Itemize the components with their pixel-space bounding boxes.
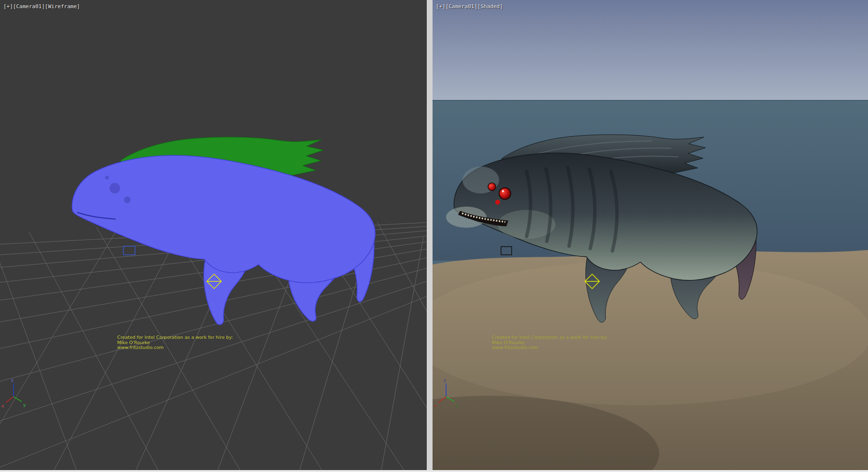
fish-eye-second	[488, 183, 496, 191]
viewport-shaded[interactable]: z x y [+][Camera01][Shaded] Created for …	[433, 0, 868, 472]
viewport-general-menu[interactable]: [+]	[436, 3, 446, 10]
axis-z-label: z	[11, 378, 14, 383]
shading-menu[interactable]: [Wireframe]	[45, 3, 80, 10]
fish-eye-small	[495, 200, 500, 205]
shading-menu[interactable]: [Shaded]	[477, 3, 503, 10]
box-helper-gizmo[interactable]	[123, 246, 135, 255]
fish-body[interactable]	[72, 155, 375, 283]
window-bottom-edge	[0, 470, 868, 472]
axis-x-label: x	[434, 403, 437, 408]
watermark-line1: Created for Intel Corporation as a work …	[492, 335, 608, 340]
eye-glint	[502, 190, 504, 192]
axis-x-label: x	[1, 403, 4, 408]
camera-pov-menu[interactable]: [Camera01]	[446, 3, 477, 10]
shaded-canvas: z x y	[433, 0, 868, 472]
watermark-text-right: Created for Intel Corporation as a work …	[492, 335, 608, 350]
axis-y-label: y	[23, 403, 26, 407]
axis-y-label: y	[456, 403, 459, 407]
fish-model-wireframe[interactable]	[72, 137, 375, 325]
watermark-text-left: Created for Intel Corporation as a work …	[117, 335, 233, 350]
sky-backdrop	[433, 0, 868, 100]
fish-eye-main	[500, 188, 510, 199]
axis-x-line	[6, 397, 14, 403]
fish-eye-left-dot	[105, 176, 109, 180]
watermark-line3: www.fritzstudio.com	[492, 345, 608, 350]
world-axis-tripod: z x y	[1, 378, 26, 408]
viewport-general-menu[interactable]: [+]	[3, 3, 13, 10]
viewport-label-right: [+][Camera01][Shaded]	[436, 3, 503, 10]
fish-eye-left-large	[109, 183, 120, 194]
fish-eye-left-small	[124, 196, 131, 203]
viewport-split-container: z x y [+][Camera01][Wireframe] Created f…	[0, 0, 868, 472]
watermark-line1: Created for Intel Corporation as a work …	[117, 335, 233, 340]
wireframe-canvas: z x y	[0, 0, 427, 472]
viewport-wireframe[interactable]: z x y [+][Camera01][Wireframe] Created f…	[0, 0, 427, 472]
sand-light-patch	[433, 261, 868, 405]
horizon-line	[433, 100, 868, 101]
axis-z-label: z	[444, 378, 446, 383]
watermark-line3: www.fritzstudio.com	[117, 345, 233, 350]
camera-pov-menu[interactable]: [Camera01]	[13, 3, 45, 10]
viewport-label-left: [+][Camera01][Wireframe]	[3, 3, 80, 10]
viewport-splitter-bar[interactable]	[427, 0, 433, 470]
